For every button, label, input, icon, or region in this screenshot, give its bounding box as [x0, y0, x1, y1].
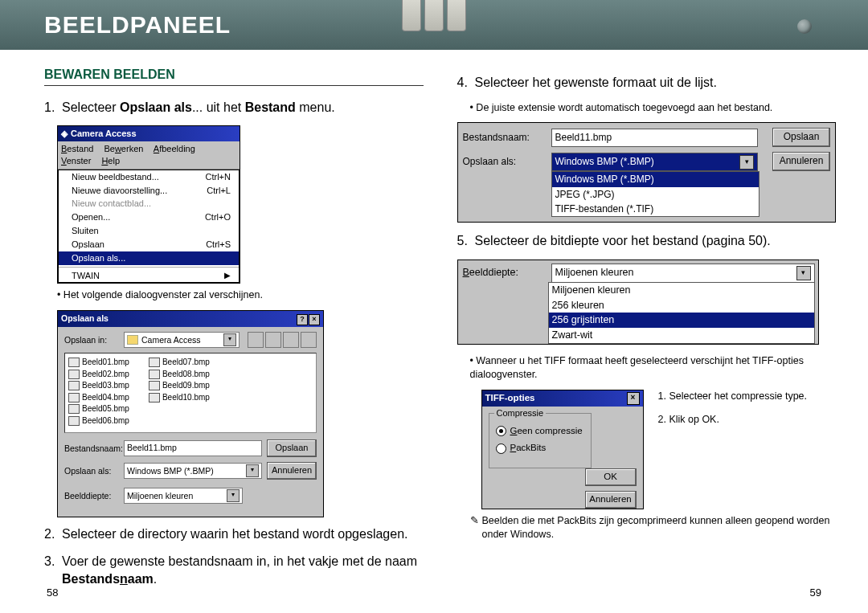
filename-input[interactable]: Beeld11.bmp — [124, 440, 262, 456]
new-folder-icon[interactable] — [265, 332, 281, 348]
menu-item[interactable]: TWAIN▶ — [59, 267, 239, 283]
binder-tab — [447, 0, 466, 31]
app-icon: ◈ — [61, 128, 68, 140]
dialog-toolbar — [248, 332, 317, 348]
file-item[interactable]: Beeld10.bmp — [149, 392, 210, 403]
file-item[interactable]: Beeld09.bmp — [149, 380, 210, 391]
menu-item[interactable]: Sluiten — [59, 224, 239, 238]
binder-tabs — [402, 0, 466, 31]
step-5: 5.Selecteer de bitdiepte voor het bestan… — [457, 232, 837, 250]
file-list[interactable]: Beeld01.bmp Beeld02.bmp Beeld03.bmp Beel… — [64, 353, 317, 433]
option-millions[interactable]: Miljoenen kleuren — [549, 283, 814, 298]
close-icon[interactable]: × — [309, 314, 320, 325]
option-256g[interactable]: 256 grijstinten — [549, 313, 814, 328]
file-item[interactable]: Beeld01.bmp — [68, 357, 129, 368]
folder-select[interactable]: Camera Access ▾ — [124, 332, 240, 348]
page-header: BEELDPANEEL — [0, 0, 868, 50]
option-bw[interactable]: Zwart-wit — [549, 328, 814, 343]
section-heading: BEWAREN BEELDEN — [44, 66, 424, 86]
window-titlebar: Opslaan als ?× — [58, 311, 323, 327]
filetype-select[interactable]: Windows BMP (*.BMP)▾ — [124, 463, 262, 479]
file-dropdown: Nieuw beeldbestand...Ctrl+N Nieuwe diavo… — [58, 170, 240, 284]
page-number-right: 59 — [810, 586, 821, 599]
option-256c[interactable]: 256 kleuren — [549, 298, 814, 313]
filename-input[interactable]: Beeld11.bmp — [551, 129, 759, 147]
list-view-icon[interactable] — [283, 332, 299, 348]
option-jpg[interactable]: JPEG (*.JPG) — [552, 187, 760, 202]
filetype-list[interactable]: Windows BMP (*.BMP) JPEG (*.JPG) TIFF-be… — [551, 171, 760, 217]
menubar: Bestand Bewerken Afbeelding Venster Help — [58, 141, 240, 170]
radio-packbits[interactable]: PackBits — [496, 442, 584, 455]
pencil-icon: ✎ — [470, 514, 479, 541]
step-2: 2.Selecteer de directory waarin het best… — [44, 525, 424, 543]
screenshot-bitdepth: Beelddiepte: Miljoenen kleuren ▾ Miljoen… — [457, 260, 819, 345]
binder-tab — [424, 0, 444, 31]
ok-button[interactable]: OK — [585, 468, 637, 486]
radio-no-compression[interactable]: Geen compressie — [496, 425, 584, 438]
menu-item: Nieuw contactblad... — [59, 197, 239, 210]
radio-icon — [496, 443, 506, 454]
up-folder-icon[interactable] — [248, 332, 264, 348]
menu-item-save-as[interactable]: Opslaan als... — [59, 251, 239, 265]
chevron-down-icon[interactable]: ▾ — [223, 333, 236, 346]
menu-item[interactable]: Nieuwe diavoorstelling...Ctrl+L — [59, 184, 239, 198]
chevron-down-icon: ▾ — [796, 266, 811, 280]
help-icon[interactable]: ? — [297, 314, 308, 325]
screenshot-file-menu: ◈ Camera Access Bestand Bewerken Afbeeld… — [57, 125, 240, 284]
filetype-select[interactable]: Windows BMP (*.BMP) ▾ — [551, 153, 759, 171]
file-item[interactable]: Beeld08.bmp — [149, 369, 210, 380]
screenshot-save-dialog: Opslaan als ?× Opslaan in: Camera Access… — [57, 310, 324, 517]
cancel-button[interactable]: Annuleren — [585, 491, 637, 509]
note-dialog-appears: Het volgende dialoogvenster zal verschij… — [57, 288, 424, 302]
file-item[interactable]: Beeld04.bmp — [68, 392, 129, 403]
tiff-substeps: 1. Selecteer het compressie type. 2. Kli… — [658, 390, 808, 509]
close-icon[interactable]: × — [627, 392, 640, 405]
step-3: 3. Voer de gewenste bestandsnaam in, in … — [44, 553, 424, 587]
save-button[interactable]: Opslaan — [772, 128, 830, 147]
option-tif[interactable]: TIFF-bestanden (*.TIF) — [552, 202, 760, 216]
file-item[interactable]: Beeld03.bmp — [68, 380, 129, 391]
header-dot — [797, 19, 812, 34]
cancel-button[interactable]: Annuleren — [267, 462, 317, 480]
depth-list[interactable]: Miljoenen kleuren 256 kleuren 256 grijst… — [548, 282, 815, 345]
left-column: BEWAREN BEELDEN 1. Selecteer Opslaan als… — [44, 66, 448, 597]
menu-item[interactable]: Nieuw beeldbestand...Ctrl+N — [59, 170, 239, 184]
note-packbits: ✎ Beelden die met PackBits zijn gecompri… — [470, 514, 837, 541]
step-1: 1. Selecteer Opslaan als... uit het Best… — [44, 99, 424, 116]
right-column: 4.Selecteer het gewenste formaat uit de … — [448, 66, 837, 597]
compression-group: Compressie Geen compressie PackBits — [489, 413, 592, 468]
detail-view-icon[interactable] — [301, 332, 317, 348]
save-button[interactable]: Opslaan — [267, 439, 317, 457]
menu-item[interactable]: OpslaanCtrl+S — [59, 238, 239, 251]
chevron-down-icon: ▾ — [227, 489, 240, 502]
window-titlebar: TIFF-opties × — [482, 390, 643, 407]
window-titlebar: ◈ Camera Access — [58, 126, 240, 141]
note-extension: De juiste extensie wordt automatisch toe… — [470, 101, 837, 115]
note-tiff: Wanneer u het TIFF formaat heeft geselec… — [470, 354, 837, 382]
binder-tab — [402, 0, 421, 31]
page-number-left: 58 — [47, 586, 58, 599]
depth-select[interactable]: Miljoenen kleuren▾ — [124, 488, 243, 504]
option-bmp[interactable]: Windows BMP (*.BMP) — [552, 172, 760, 186]
step-4: 4.Selecteer het gewenste formaat uit de … — [457, 74, 837, 92]
file-item[interactable]: Beeld02.bmp — [68, 369, 129, 380]
chevron-down-icon: ▾ — [739, 155, 754, 170]
file-item[interactable]: Beeld05.bmp — [68, 403, 129, 415]
folder-icon — [127, 335, 138, 345]
file-item[interactable]: Beeld07.bmp — [149, 357, 210, 368]
depth-select[interactable]: Miljoenen kleuren ▾ — [551, 264, 815, 283]
page-title: BEELDPANEEL — [44, 11, 231, 39]
screenshot-tiff-options: TIFF-opties × Compressie Geen compressie… — [481, 390, 644, 509]
cancel-button[interactable]: Annuleren — [772, 152, 830, 171]
menu-item[interactable]: Openen...Ctrl+O — [59, 210, 239, 224]
chevron-down-icon: ▾ — [246, 464, 259, 477]
radio-icon — [496, 426, 506, 436]
screenshot-filetype: Bestandsnaam: Beeld11.bmp Opslaan Opslaa… — [457, 122, 837, 223]
file-item[interactable]: Beeld06.bmp — [68, 415, 129, 427]
